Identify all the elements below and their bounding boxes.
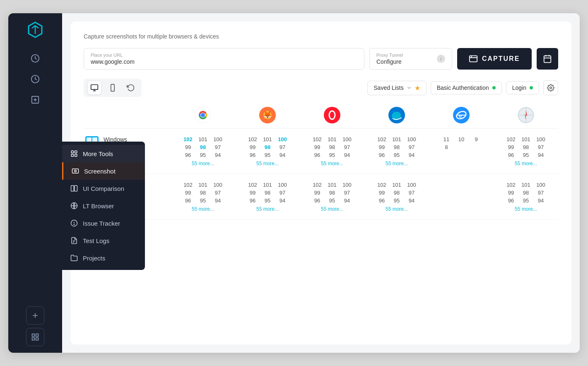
svg-rect-37 — [91, 85, 98, 90]
add-icon[interactable] — [26, 306, 44, 325]
basic-auth-button[interactable]: Basic Authentication — [431, 81, 502, 94]
firefox-w11-versions: 102 101 100 99 98 97 96 95 94 — [235, 182, 300, 212]
edge-w7-versions: 102 101 100 99 98 97 96 95 94 — [364, 136, 429, 166]
chrome-w11-more[interactable]: 55 more... — [192, 206, 214, 212]
svg-rect-26 — [32, 338, 35, 340]
auth-dot — [492, 86, 496, 89]
safari-w7-more[interactable]: 55 more... — [515, 161, 537, 166]
svg-rect-24 — [32, 334, 35, 337]
opera-w11-more[interactable]: 55 more... — [321, 206, 343, 212]
firefox-w7-more[interactable]: 55 more... — [256, 161, 279, 166]
proxy-label: Proxy Tunnel — [376, 53, 403, 58]
svg-rect-14 — [75, 185, 77, 191]
windows7-row: Windows 7 102 101 100 99 98 — [84, 129, 558, 174]
capture-icon — [469, 54, 478, 63]
chrome-w7-versions: 102 101 100 99 98 97 96 95 94 — [171, 136, 235, 166]
capture-button[interactable]: CAPTURE — [457, 48, 532, 70]
app-logo[interactable] — [25, 20, 45, 40]
sidebar-bolt[interactable] — [8, 89, 62, 110]
svg-point-46 — [201, 113, 205, 117]
safari-w11-more[interactable]: 55 more... — [515, 206, 537, 212]
sidebar-history[interactable] — [8, 69, 62, 89]
schedule-button[interactable] — [537, 48, 558, 70]
menu-item-test-logs[interactable]: Test Logs — [62, 232, 145, 249]
opera-w7-versions: 102 101 100 99 98 97 96 95 94 — [300, 136, 364, 166]
chrome-w7-more[interactable]: 55 more... — [192, 161, 214, 166]
svg-rect-7 — [71, 151, 73, 153]
edge-w11-versions: 102 101 100 99 98 97 96 95 94 — [364, 182, 429, 212]
browser-header-row: 🦊 — [84, 107, 558, 129]
opera-header — [300, 107, 364, 123]
menu-item-projects[interactable]: Projects — [62, 249, 145, 267]
menu-item-issue-tracker[interactable]: Issue Tracker — [62, 214, 145, 232]
settings-button[interactable] — [543, 80, 558, 95]
gear-icon — [547, 84, 554, 92]
svg-rect-31 — [544, 56, 551, 63]
safari-header — [494, 107, 558, 123]
url-bar-row: Place your URL www.google.com Proxy Tunn… — [84, 48, 558, 70]
safari-icon — [518, 107, 534, 123]
edge-icon — [388, 107, 405, 123]
firefox-header: 🦊 — [235, 107, 300, 123]
page-subtitle: Capture screenshots for multiple browser… — [84, 33, 558, 40]
edge-w11-more[interactable]: 55 more... — [386, 206, 408, 212]
ie-header: e — [429, 107, 494, 123]
svg-text:🦊: 🦊 — [263, 111, 272, 119]
chrome-icon — [195, 107, 211, 123]
chrome-w11-versions: 102 101 100 99 98 97 96 95 94 — [171, 182, 235, 212]
svg-rect-8 — [75, 151, 77, 153]
filter-group: Saved Lists ★ Basic Authentication Login — [367, 80, 558, 95]
firefox-w7-versions: 102 101 100 99 98 97 96 95 94 — [235, 136, 300, 166]
star-icon: ★ — [414, 84, 420, 92]
svg-rect-10 — [75, 154, 77, 157]
login-button[interactable]: Login — [506, 81, 539, 94]
dropdown-icon — [406, 85, 412, 91]
grid-icon[interactable] — [26, 328, 44, 346]
saved-lists-button[interactable]: Saved Lists ★ — [367, 81, 426, 95]
content-card: Capture screenshots for multiple browser… — [70, 22, 571, 344]
proxy-tunnel[interactable]: Proxy Tunnel Configure i — [369, 48, 452, 70]
device-toolbar: Saved Lists ★ Basic Authentication Login — [84, 79, 558, 97]
url-input[interactable]: Place your URL www.google.com — [84, 48, 364, 70]
ie-icon: e — [453, 107, 470, 123]
svg-point-52 — [324, 107, 340, 123]
svg-point-12 — [75, 170, 77, 172]
menu-item-ui-comparison[interactable]: UI Comparison — [62, 180, 145, 197]
svg-rect-13 — [71, 185, 74, 191]
mobile-icon[interactable] — [106, 81, 119, 94]
svg-rect-27 — [36, 338, 39, 340]
opera-w7-more[interactable]: 55 more... — [321, 161, 343, 166]
opera-icon — [324, 107, 340, 123]
svg-point-19 — [74, 224, 75, 225]
svg-rect-25 — [36, 334, 39, 337]
svg-rect-28 — [470, 56, 477, 62]
svg-point-42 — [550, 87, 552, 89]
proxy-inner: Proxy Tunnel Configure — [376, 53, 403, 65]
edge-header — [364, 107, 429, 123]
url-label: Place your URL — [91, 53, 357, 58]
proxy-info-icon[interactable]: i — [437, 55, 445, 63]
svg-rect-9 — [71, 154, 73, 157]
menu-overlay: More Tools Screenshot UI Comparison — [62, 142, 145, 270]
safari-w7-versions: 102 101 100 99 98 97 96 95 94 — [494, 136, 558, 166]
history-icon[interactable] — [124, 81, 137, 94]
login-dot — [530, 86, 533, 89]
desktop-icon[interactable] — [88, 81, 101, 94]
proxy-value: Configure — [376, 58, 403, 65]
firefox-icon: 🦊 — [259, 107, 276, 123]
url-value: www.google.com — [91, 58, 357, 65]
os-header-cell — [84, 107, 171, 123]
menu-item-screenshot[interactable]: Screenshot — [62, 162, 145, 180]
svg-rect-40 — [111, 84, 114, 92]
edge-w7-more[interactable]: 55 more... — [386, 161, 408, 166]
opera-w11-versions: 102 101 100 99 98 97 96 95 94 — [300, 182, 364, 212]
safari-w11-versions: 102 101 100 99 98 97 96 95 94 — [494, 182, 558, 212]
svg-text:e: e — [459, 113, 462, 119]
sidebar: More Tools Screenshot UI Comparison — [8, 13, 62, 353]
firefox-w11-more[interactable]: 55 more... — [256, 206, 279, 212]
menu-item-lt-browser[interactable]: LT Browser — [62, 197, 145, 214]
device-group — [84, 79, 142, 97]
menu-item-more-tools[interactable]: More Tools — [62, 145, 145, 162]
sidebar-dashboard[interactable] — [8, 48, 62, 69]
svg-rect-11 — [72, 169, 79, 173]
